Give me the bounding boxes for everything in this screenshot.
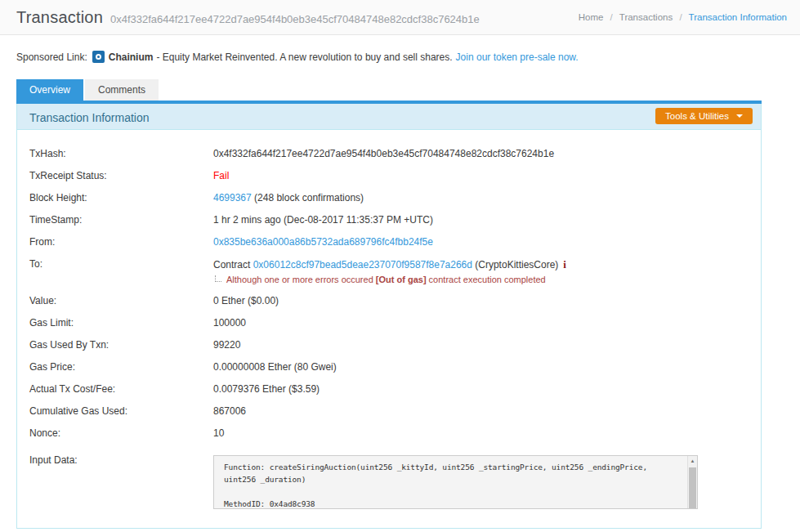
row-tx-fee: Actual Tx Cost/Fee: 0.0079376 Ether ($3.… [17, 378, 761, 400]
gas-used-label: Gas Used By Txn: [29, 340, 213, 351]
transaction-panel: Transaction Information Tools & Utilitie… [16, 104, 762, 529]
gas-limit-label: Gas Limit: [29, 318, 213, 329]
page-title: Transaction [16, 8, 103, 27]
cumulative-gas-label: Cumulative Gas Used: [29, 406, 213, 417]
timestamp-value: 1 hr 2 mins ago (Dec-08-2017 11:35:37 PM… [213, 215, 749, 226]
row-block-height: Block Height: 4699367 (248 block confirm… [17, 187, 761, 209]
cumulative-gas-value: 867006 [213, 406, 749, 417]
tx-fee-label: Actual Tx Cost/Fee: [29, 384, 213, 395]
tools-utilities-button[interactable]: Tools & Utilities [655, 108, 753, 124]
receipt-status-value: Fail [213, 171, 749, 181]
sponsored-label: Sponsored Link: [16, 51, 87, 63]
to-contract-name: (CryptoKittiesCore) [472, 259, 558, 270]
to-address-link[interactable]: 0x06012c8cf97bead5deae237070f9587f8e7a26… [253, 259, 472, 270]
breadcrumb: Home / Transactions / Transaction Inform… [579, 12, 787, 22]
row-nonce: Nonce: 10 [17, 422, 761, 445]
to-value-line: Contract 0x06012c8cf97bead5deae237070f95… [213, 259, 749, 270]
warning-out-of-gas: [Out of gas] [376, 275, 427, 284]
txhash-label: TxHash: [29, 149, 213, 159]
tab-overview[interactable]: Overview [16, 79, 83, 101]
row-gas-limit: Gas Limit: 100000 [17, 312, 761, 334]
tools-utilities-label: Tools & Utilities [665, 111, 729, 121]
row-txhash: TxHash: 0x4f332fa644f217ee4722d7ae954f4b… [17, 143, 761, 165]
chainium-logo-icon [92, 51, 105, 63]
gas-limit-value: 100000 [213, 318, 749, 329]
row-cumulative-gas: Cumulative Gas Used: 867006 [17, 400, 761, 422]
info-icon[interactable]: i [563, 258, 566, 270]
row-input-data: Input Data: Function: createSiringAuctio… [17, 449, 761, 515]
scrollbar-thumb[interactable] [689, 467, 696, 508]
row-value: Value: 0 Ether ($0.00) [17, 290, 761, 312]
row-gas-price: Gas Price: 0.00000008 Ether (80 Gwei) [17, 356, 761, 378]
warning-text-pre: Although one or more errors occured [226, 275, 376, 284]
sponsor-name: Chainium [109, 51, 154, 63]
input-data-box[interactable]: Function: createSiringAuction(uint256 _k… [213, 455, 698, 509]
tab-comments[interactable]: Comments [85, 79, 159, 101]
execution-warning: Although one or more errors occured [Out… [213, 275, 749, 284]
breadcrumb-separator: / [610, 12, 613, 22]
tx-hash-subtitle: 0x4f332fa644f217ee4722d7ae954f4b0eb3e45c… [110, 13, 480, 25]
gas-price-label: Gas Price: [29, 362, 213, 373]
warning-text-post: contract execution completed [427, 275, 546, 284]
breadcrumb-current[interactable]: Transaction Information [689, 12, 787, 22]
breadcrumb-transactions[interactable]: Transactions [619, 12, 673, 22]
sponsored-link-bar: Sponsored Link: Chainium - Equity Market… [16, 51, 784, 63]
block-height-link[interactable]: 4699367 [213, 192, 252, 203]
nonce-value: 10 [213, 428, 749, 439]
gas-used-value: 99220 [213, 340, 749, 351]
breadcrumb-home[interactable]: Home [579, 12, 604, 22]
row-to: To: Contract 0x06012c8cf97bead5deae23707… [17, 253, 761, 290]
tab-bar: Overview Comments [16, 79, 800, 101]
input-data-content: Function: createSiringAuction(uint256 _k… [224, 461, 682, 509]
from-label: From: [29, 237, 213, 248]
input-data-scrollbar[interactable]: ▲ [687, 456, 697, 508]
txhash-value: 0x4f332fa644f217ee4722d7ae954f4b0eb3e45c… [213, 149, 749, 159]
receipt-status-label: TxReceipt Status: [29, 171, 213, 181]
corner-arrow-icon [215, 275, 221, 282]
breadcrumb-separator: / [679, 12, 682, 22]
page-header: Transaction 0x4f332fa644f217ee4722d7ae95… [0, 0, 800, 35]
chevron-down-icon [736, 114, 743, 118]
panel-body: TxHash: 0x4f332fa644f217ee4722d7ae954f4b… [17, 130, 761, 528]
timestamp-label: TimeStamp: [29, 215, 213, 226]
sponsor-text: - Equity Market Reinvented. A new revolu… [156, 51, 452, 63]
to-contract-prefix: Contract [213, 259, 253, 270]
value-label: Value: [29, 296, 213, 306]
block-confirmations: (248 block confirmations) [252, 192, 364, 203]
nonce-label: Nonce: [29, 428, 213, 439]
row-from: From: 0x835be636a000a86b5732ada689796fc4… [17, 231, 761, 253]
tx-fee-value: 0.0079376 Ether ($3.59) [213, 384, 749, 395]
block-height-label: Block Height: [29, 193, 213, 203]
row-gas-used: Gas Used By Txn: 99220 [17, 334, 761, 356]
scroll-up-button[interactable]: ▲ [688, 456, 697, 467]
input-data-label: Input Data: [29, 455, 213, 466]
to-label: To: [29, 259, 213, 270]
value-value: 0 Ether ($0.00) [213, 296, 749, 306]
sponsor-presale-link[interactable]: Join our token pre-sale now. [456, 51, 579, 63]
row-timestamp: TimeStamp: 1 hr 2 mins ago (Dec-08-2017 … [17, 209, 761, 231]
panel-heading: Transaction Information Tools & Utilitie… [17, 104, 761, 130]
panel-title: Transaction Information [29, 111, 150, 124]
from-address-link[interactable]: 0x835be636a000a86b5732ada689796fc4fbb24f… [213, 236, 433, 248]
row-receipt-status: TxReceipt Status: Fail [17, 165, 761, 187]
gas-price-value: 0.00000008 Ether (80 Gwei) [213, 362, 749, 373]
